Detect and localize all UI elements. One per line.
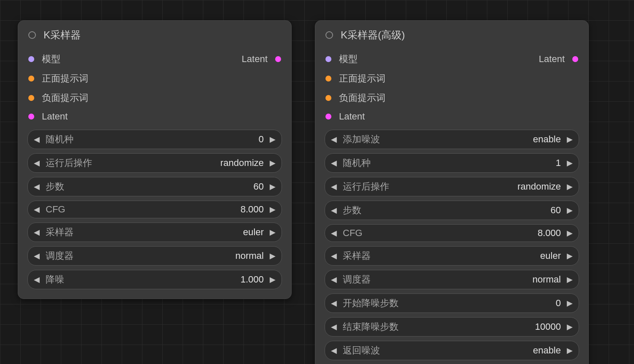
param-value[interactable]: 0 bbox=[556, 298, 561, 309]
param-increment-icon[interactable]: ▶ bbox=[270, 205, 276, 214]
param-value[interactable]: randomize bbox=[220, 158, 264, 168]
input-port-dot[interactable] bbox=[28, 114, 34, 120]
param-decrement-icon[interactable]: ◀ bbox=[331, 275, 337, 284]
node-ksampler-advanced[interactable]: K采样器(高级)模型Latent正面提示词负面提示词Latent◀添加噪波ena… bbox=[315, 20, 589, 364]
param-value[interactable]: euler bbox=[540, 250, 561, 261]
param-label: 降噪 bbox=[46, 273, 64, 286]
param-value[interactable]: 1 bbox=[556, 158, 561, 168]
param-increment-icon[interactable]: ▶ bbox=[270, 135, 276, 144]
param-increment-icon[interactable]: ▶ bbox=[270, 228, 276, 237]
output-port-dot[interactable] bbox=[275, 56, 281, 62]
param-row[interactable]: ◀结束降噪步数10000▶ bbox=[325, 317, 579, 337]
param-row[interactable]: ◀步数60▶ bbox=[27, 177, 282, 196]
param-row[interactable]: ◀运行后操作randomize▶ bbox=[27, 153, 282, 173]
param-label: 运行后操作 bbox=[46, 157, 92, 169]
param-increment-icon[interactable]: ▶ bbox=[270, 158, 276, 168]
param-row[interactable]: ◀随机种0▶ bbox=[27, 130, 282, 149]
param-row[interactable]: ◀CFG8.000▶ bbox=[27, 201, 282, 218]
param-decrement-icon[interactable]: ◀ bbox=[331, 135, 337, 144]
input-port-dot[interactable] bbox=[325, 114, 331, 120]
param-increment-icon[interactable]: ▶ bbox=[567, 228, 573, 238]
param-decrement-icon[interactable]: ◀ bbox=[34, 205, 40, 214]
param-row[interactable]: ◀采样器euler▶ bbox=[27, 223, 282, 242]
param-increment-icon[interactable]: ▶ bbox=[567, 206, 573, 215]
input-port-dot[interactable] bbox=[28, 95, 34, 101]
param-row[interactable]: ◀添加噪波enable▶ bbox=[325, 130, 579, 149]
param-value[interactable]: 60 bbox=[551, 205, 561, 216]
param-decrement-icon[interactable]: ◀ bbox=[331, 251, 337, 261]
param-decrement-icon[interactable]: ◀ bbox=[331, 228, 337, 238]
param-decrement-icon[interactable]: ◀ bbox=[331, 158, 337, 168]
param-value[interactable]: 1.000 bbox=[240, 274, 264, 285]
param-value[interactable]: 8.000 bbox=[538, 228, 561, 239]
input-port-dot[interactable] bbox=[28, 76, 34, 81]
input-port-dot[interactable] bbox=[325, 56, 331, 62]
node-header[interactable]: K采样器(高级) bbox=[315, 21, 588, 48]
input-port-dot[interactable] bbox=[28, 56, 34, 62]
param-value[interactable]: normal bbox=[235, 250, 264, 261]
param-increment-icon[interactable]: ▶ bbox=[567, 346, 573, 355]
param-increment-icon[interactable]: ▶ bbox=[567, 135, 573, 144]
param-row[interactable]: ◀降噪1.000▶ bbox=[27, 270, 282, 289]
input-port-label: 正面提示词 bbox=[42, 72, 88, 85]
node-collapse-icon[interactable] bbox=[325, 31, 333, 39]
param-increment-icon[interactable]: ▶ bbox=[270, 275, 276, 284]
input-port-dot[interactable] bbox=[325, 95, 331, 101]
param-decrement-icon[interactable]: ◀ bbox=[34, 251, 40, 261]
param-decrement-icon[interactable]: ◀ bbox=[34, 135, 40, 144]
param-decrement-icon[interactable]: ◀ bbox=[331, 346, 337, 355]
param-value[interactable]: randomize bbox=[517, 181, 561, 192]
param-increment-icon[interactable]: ▶ bbox=[270, 182, 276, 191]
param-value[interactable]: 8.000 bbox=[240, 204, 264, 215]
param-value[interactable]: enable bbox=[533, 345, 561, 356]
param-increment-icon[interactable]: ▶ bbox=[567, 158, 573, 168]
param-decrement-icon[interactable]: ◀ bbox=[34, 182, 40, 191]
param-decrement-icon[interactable]: ◀ bbox=[331, 299, 337, 308]
param-increment-icon[interactable]: ▶ bbox=[567, 299, 573, 308]
node-header[interactable]: K采样器 bbox=[18, 21, 291, 48]
param-decrement-icon[interactable]: ◀ bbox=[331, 182, 337, 191]
param-value[interactable]: normal bbox=[533, 274, 561, 285]
param-row[interactable]: ◀返回噪波enable▶ bbox=[325, 341, 579, 360]
param-increment-icon[interactable]: ▶ bbox=[567, 275, 573, 284]
param-row[interactable]: ◀随机种1▶ bbox=[325, 153, 579, 173]
param-decrement-icon[interactable]: ◀ bbox=[34, 275, 40, 284]
param-label: 步数 bbox=[343, 204, 361, 217]
param-label: CFG bbox=[343, 228, 362, 239]
node-ksampler[interactable]: K采样器模型Latent正面提示词负面提示词Latent◀随机种0▶◀运行后操作… bbox=[18, 20, 292, 299]
param-row[interactable]: ◀开始降噪步数0▶ bbox=[325, 293, 579, 313]
param-decrement-icon[interactable]: ◀ bbox=[34, 228, 40, 237]
param-increment-icon[interactable]: ▶ bbox=[567, 182, 573, 191]
param-increment-icon[interactable]: ▶ bbox=[567, 322, 573, 331]
param-value[interactable]: enable bbox=[533, 134, 561, 145]
param-row[interactable]: ◀运行后操作randomize▶ bbox=[325, 177, 579, 196]
param-row[interactable]: ◀采样器euler▶ bbox=[325, 246, 579, 266]
param-value[interactable]: 60 bbox=[254, 181, 264, 192]
param-label: 随机种 bbox=[343, 157, 371, 169]
param-value[interactable]: 0 bbox=[259, 134, 264, 145]
param-row[interactable]: ◀CFG8.000▶ bbox=[325, 224, 579, 242]
input-port-label: 负面提示词 bbox=[42, 92, 88, 104]
param-label: 步数 bbox=[46, 180, 64, 193]
param-value[interactable]: euler bbox=[243, 227, 264, 238]
output-port-dot[interactable] bbox=[572, 56, 578, 62]
param-decrement-icon[interactable]: ◀ bbox=[331, 206, 337, 215]
param-decrement-icon[interactable]: ◀ bbox=[34, 158, 40, 168]
param-label: 采样器 bbox=[46, 226, 74, 239]
param-row[interactable]: ◀调度器normal▶ bbox=[27, 246, 282, 266]
input-port-dot[interactable] bbox=[325, 76, 331, 81]
input-port-label: 负面提示词 bbox=[339, 92, 385, 104]
input-port-row: Latent bbox=[18, 108, 291, 125]
input-port-label: Latent bbox=[42, 111, 68, 122]
input-port-label: 模型 bbox=[42, 53, 60, 65]
ports-section: 模型Latent正面提示词负面提示词Latent bbox=[315, 48, 588, 130]
param-label: 运行后操作 bbox=[343, 180, 389, 193]
input-port-label: 正面提示词 bbox=[339, 72, 385, 85]
node-collapse-icon[interactable] bbox=[28, 31, 36, 39]
param-row[interactable]: ◀调度器normal▶ bbox=[325, 270, 579, 289]
param-decrement-icon[interactable]: ◀ bbox=[331, 322, 337, 331]
param-increment-icon[interactable]: ▶ bbox=[567, 251, 573, 261]
param-increment-icon[interactable]: ▶ bbox=[270, 251, 276, 261]
param-row[interactable]: ◀步数60▶ bbox=[325, 201, 579, 220]
param-value[interactable]: 10000 bbox=[535, 321, 561, 332]
